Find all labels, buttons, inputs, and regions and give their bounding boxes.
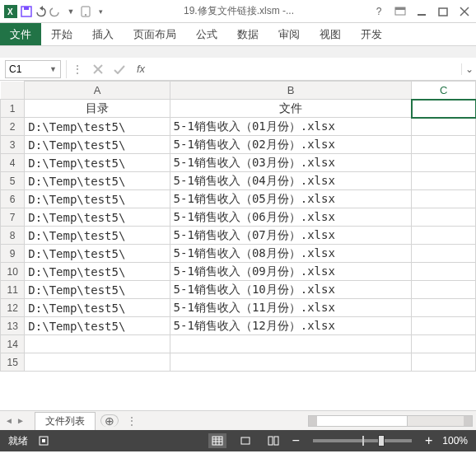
cell[interactable] [412, 245, 476, 263]
row-header[interactable]: 4 [1, 154, 25, 172]
cell[interactable] [412, 299, 476, 317]
tab-review[interactable]: 审阅 [268, 23, 310, 45]
cell[interactable]: D:\Temp\test5\ [25, 263, 170, 281]
cell[interactable]: D:\Temp\test5\ [25, 227, 170, 245]
row-header[interactable]: 5 [1, 172, 25, 190]
cell[interactable]: 5-1销售收入（01月份）.xlsx [170, 118, 412, 136]
zoom-slider[interactable] [313, 439, 412, 442]
cell[interactable] [412, 208, 476, 227]
cell[interactable] [412, 281, 476, 299]
view-normal-icon[interactable] [208, 433, 226, 448]
zoom-value[interactable]: 100% [442, 435, 468, 447]
cell[interactable] [412, 154, 476, 172]
select-all-corner[interactable] [1, 82, 25, 100]
row-header[interactable]: 6 [1, 190, 25, 208]
view-page-layout-icon[interactable] [236, 433, 254, 448]
name-box-dropdown-icon[interactable]: ▼ [49, 65, 57, 73]
add-sheet-icon[interactable]: ⊕ [100, 414, 119, 427]
cell[interactable] [412, 172, 476, 190]
row-header[interactable]: 11 [1, 281, 25, 299]
column-header-a[interactable]: A [25, 82, 170, 100]
tab-insert[interactable]: 插入 [82, 23, 124, 45]
cell[interactable]: D:\Temp\test5\ [25, 172, 170, 190]
cell[interactable]: D:\Temp\test5\ [25, 281, 170, 299]
cell[interactable] [412, 353, 476, 372]
column-header-b[interactable]: B [170, 82, 412, 100]
name-box[interactable]: C1 ▼ [5, 60, 61, 78]
row-header[interactable]: 2 [1, 118, 25, 136]
cell[interactable]: 5-1销售收入（12月份）.xlsx [170, 317, 412, 335]
cell[interactable]: D:\Temp\test5\ [25, 118, 170, 136]
touch-mode-icon[interactable] [79, 5, 92, 18]
cell[interactable]: 5-1销售收入（11月份）.xlsx [170, 299, 412, 317]
close-icon[interactable] [456, 5, 473, 18]
cell[interactable]: 文件 [170, 100, 412, 118]
row-header[interactable]: 1 [1, 100, 25, 118]
enter-icon[interactable] [109, 60, 130, 78]
tab-file[interactable]: 文件 [0, 23, 41, 45]
row-header[interactable]: 13 [1, 317, 25, 335]
worksheet-grid[interactable]: A B C 1目录文件2D:\Temp\test5\5-1销售收入（01月份）.… [0, 81, 476, 372]
cell[interactable] [170, 353, 412, 372]
cell[interactable]: D:\Temp\test5\ [25, 317, 170, 335]
cell[interactable]: D:\Temp\test5\ [25, 208, 170, 227]
cell[interactable]: 目录 [25, 100, 170, 118]
tab-scroll-dots-icon[interactable]: ⋮ [127, 415, 137, 427]
row-header[interactable]: 7 [1, 208, 25, 227]
maximize-icon[interactable] [435, 5, 451, 18]
row-header[interactable]: 3 [1, 136, 25, 154]
zoom-out-icon[interactable]: − [292, 437, 300, 445]
view-page-break-icon[interactable] [264, 433, 282, 448]
cell[interactable]: 5-1销售收入（06月份）.xlsx [170, 208, 412, 227]
tab-dev[interactable]: 开发 [351, 23, 392, 45]
row-header[interactable]: 9 [1, 245, 25, 263]
column-header-c[interactable]: C [412, 82, 476, 100]
cell[interactable]: D:\Temp\test5\ [25, 245, 170, 263]
tab-data[interactable]: 数据 [227, 23, 268, 45]
cell[interactable]: 5-1销售收入（08月份）.xlsx [170, 245, 412, 263]
cell[interactable]: 5-1销售收入（09月份）.xlsx [170, 263, 412, 281]
cell[interactable] [412, 227, 476, 245]
minimize-icon[interactable] [413, 5, 430, 18]
cell[interactable] [412, 190, 476, 208]
qat-divider-icon[interactable]: ▾ [94, 5, 107, 18]
tab-view[interactable]: 视图 [310, 23, 351, 45]
help-icon[interactable]: ? [371, 5, 387, 18]
row-header[interactable]: 12 [1, 299, 25, 317]
cell[interactable] [25, 335, 170, 353]
cell[interactable] [412, 317, 476, 335]
sheet-nav-next-icon[interactable]: ► [16, 416, 25, 425]
formula-input[interactable] [156, 60, 461, 78]
cell[interactable] [412, 263, 476, 281]
cell[interactable]: 5-1销售收入（07月份）.xlsx [170, 227, 412, 245]
cell[interactable] [412, 136, 476, 154]
save-icon[interactable] [20, 5, 33, 18]
undo-icon[interactable] [35, 5, 48, 18]
fx-icon[interactable]: fx [130, 60, 152, 78]
cell[interactable] [412, 118, 476, 136]
tab-home[interactable]: 开始 [41, 23, 82, 45]
cell-functions-icon[interactable]: ⋮ [66, 60, 87, 78]
macro-record-icon[interactable] [38, 435, 49, 447]
cell[interactable] [170, 335, 412, 353]
tab-formulas[interactable]: 公式 [186, 23, 227, 45]
sheet-tab-active[interactable]: 文件列表 [35, 412, 96, 430]
active-cell[interactable] [412, 100, 476, 118]
cancel-icon[interactable] [87, 60, 109, 78]
row-header[interactable]: 10 [1, 263, 25, 281]
cell[interactable]: 5-1销售收入（02月份）.xlsx [170, 136, 412, 154]
cell[interactable]: D:\Temp\test5\ [25, 299, 170, 317]
horizontal-scrollbar[interactable] [308, 415, 473, 427]
cell[interactable]: D:\Temp\test5\ [25, 190, 170, 208]
zoom-in-icon[interactable]: + [425, 437, 432, 445]
ribbon-display-icon[interactable] [392, 5, 408, 18]
redo-icon[interactable] [49, 5, 63, 18]
row-header[interactable]: 14 [1, 335, 25, 353]
tab-layout[interactable]: 页面布局 [124, 23, 186, 45]
cell[interactable] [412, 335, 476, 353]
cell[interactable]: 5-1销售收入（10月份）.xlsx [170, 281, 412, 299]
cell[interactable]: 5-1销售收入（04月份）.xlsx [170, 172, 412, 190]
sheet-nav-prev-icon[interactable]: ◄ [5, 416, 13, 425]
row-header[interactable]: 8 [1, 227, 25, 245]
cell[interactable]: 5-1销售收入（05月份）.xlsx [170, 190, 412, 208]
